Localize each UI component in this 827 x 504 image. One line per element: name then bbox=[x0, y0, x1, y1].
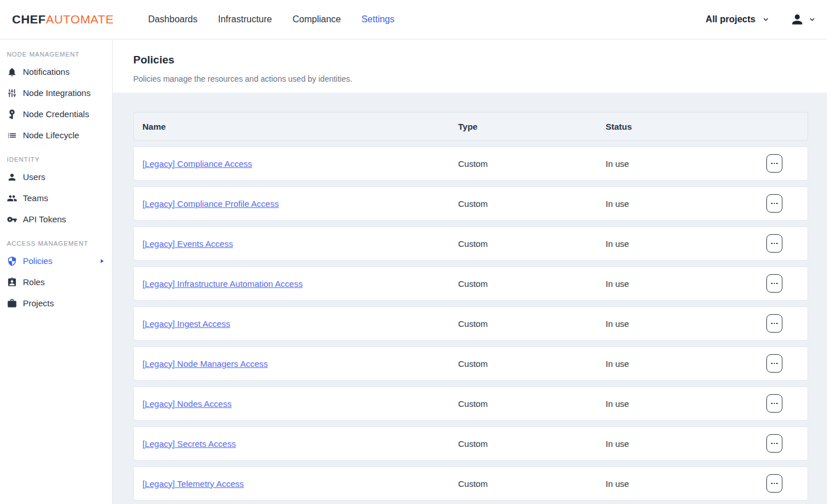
sliders-icon bbox=[7, 88, 17, 98]
nav-tab-infrastructure[interactable]: Infrastructure bbox=[218, 14, 272, 25]
policy-name-link[interactable]: [Legacy] Compliance Access bbox=[142, 159, 252, 169]
main-content: Policies Policies manage the resources a… bbox=[113, 39, 827, 504]
policy-status-cell: In use bbox=[606, 199, 749, 209]
nav-tab-dashboards[interactable]: Dashboards bbox=[148, 14, 197, 25]
policy-status-cell: In use bbox=[606, 399, 749, 409]
policy-name-cell: [Legacy] Secrets Access bbox=[142, 439, 458, 449]
policy-type-cell: Custom bbox=[458, 399, 606, 409]
more-options-icon bbox=[771, 323, 778, 325]
policy-name-link[interactable]: [Legacy] Ingest Access bbox=[142, 319, 230, 329]
more-options-button[interactable] bbox=[766, 474, 782, 493]
sidebar-item-label: API Tokens bbox=[23, 214, 66, 224]
table-row: [Legacy] Telemetry Access Custom In use bbox=[133, 466, 808, 501]
policy-status-cell: In use bbox=[606, 359, 749, 369]
policy-type-cell: Custom bbox=[458, 319, 606, 329]
policy-name-cell: [Legacy] Infrastructure Automation Acces… bbox=[142, 279, 458, 289]
policy-name-cell: [Legacy] Compliance Profile Access bbox=[142, 199, 458, 209]
more-options-button[interactable] bbox=[766, 354, 782, 373]
more-options-button[interactable] bbox=[766, 434, 782, 453]
more-options-button[interactable] bbox=[766, 274, 782, 293]
nav-tab-compliance[interactable]: Compliance bbox=[292, 14, 340, 25]
policy-name-link[interactable]: [Legacy] Nodes Access bbox=[142, 399, 232, 409]
policy-status-cell: In use bbox=[606, 319, 749, 329]
policy-type-cell: Custom bbox=[458, 479, 606, 489]
policy-name-link[interactable]: [Legacy] Secrets Access bbox=[142, 439, 236, 449]
sidebar-item-notifications[interactable]: Notifications bbox=[0, 61, 112, 82]
sidebar-item-node-credentials[interactable]: Node Credentials bbox=[0, 103, 112, 125]
more-options-button[interactable] bbox=[766, 194, 782, 213]
sidebar-item-label: Users bbox=[23, 172, 45, 182]
policy-actions-cell bbox=[749, 194, 808, 213]
sidebar-item-label: Policies bbox=[23, 256, 53, 266]
policy-type-cell: Custom bbox=[458, 439, 606, 449]
user-avatar-button[interactable] bbox=[790, 12, 817, 27]
more-options-icon bbox=[771, 243, 778, 245]
sidebar-section-title: ACCESS MANAGEMENT bbox=[0, 240, 112, 247]
more-options-button[interactable] bbox=[766, 154, 782, 173]
more-options-icon bbox=[771, 403, 778, 405]
table-row: [Legacy] Ingest Access Custom In use bbox=[133, 306, 808, 341]
policy-status-cell: In use bbox=[606, 159, 749, 169]
table-row: [Legacy] Node Managers Access Custom In … bbox=[133, 346, 808, 381]
policy-type-cell: Custom bbox=[458, 159, 606, 169]
sidebar-item-users[interactable]: Users bbox=[0, 166, 112, 187]
sidebar-section-list: Notifications Node Integrations Node Cre… bbox=[0, 61, 112, 146]
sidebar-section: NODE MANAGEMENT Notifications Node Integ… bbox=[0, 51, 112, 146]
list-icon bbox=[7, 130, 17, 141]
policy-name-link[interactable]: [Legacy] Telemetry Access bbox=[142, 479, 244, 489]
sidebar-item-label: Node Lifecycle bbox=[23, 130, 79, 140]
projects-filter-button[interactable]: All projects bbox=[706, 14, 770, 25]
column-header-name: Name bbox=[142, 122, 458, 131]
policy-actions-cell bbox=[749, 354, 808, 373]
more-options-icon bbox=[771, 443, 778, 445]
policy-name-link[interactable]: [Legacy] Infrastructure Automation Acces… bbox=[142, 279, 303, 289]
policy-name-link[interactable]: [Legacy] Node Managers Access bbox=[142, 359, 268, 369]
sidebar-item-teams[interactable]: Teams bbox=[0, 187, 112, 209]
table-row: [Legacy] Compliance Profile Access Custo… bbox=[133, 186, 808, 221]
sidebar-item-api-tokens[interactable]: API Tokens bbox=[0, 209, 112, 230]
person-icon bbox=[7, 172, 17, 182]
more-options-icon bbox=[771, 283, 778, 285]
person-icon bbox=[790, 12, 805, 27]
table-row: [Legacy] Events Access Custom In use bbox=[133, 226, 808, 261]
policy-name-link[interactable]: [Legacy] Events Access bbox=[142, 239, 233, 249]
chevron-down-icon bbox=[808, 15, 817, 24]
page-head: Policies Policies manage the resources a… bbox=[113, 39, 827, 93]
active-item-arrow-icon bbox=[98, 258, 105, 265]
group-icon bbox=[7, 193, 17, 203]
bell-icon bbox=[7, 67, 17, 77]
sidebar-item-policies[interactable]: Policies bbox=[0, 250, 112, 271]
sidebar-item-label: Projects bbox=[23, 298, 54, 308]
briefcase-icon bbox=[7, 298, 17, 309]
nav-tab-settings[interactable]: Settings bbox=[361, 14, 395, 25]
sidebar-section: ACCESS MANAGEMENT Policies Roles Project… bbox=[0, 240, 112, 314]
policy-name-cell: [Legacy] Compliance Access bbox=[142, 159, 458, 169]
table-row: [Legacy] Infrastructure Automation Acces… bbox=[133, 266, 808, 301]
policy-name-cell: [Legacy] Telemetry Access bbox=[142, 479, 458, 489]
policy-actions-cell bbox=[749, 274, 808, 293]
sidebar-section: IDENTITY Users Teams API Tokens bbox=[0, 156, 112, 230]
policy-type-cell: Custom bbox=[458, 279, 606, 289]
policies-table: Name Type Status [Legacy] Compliance Acc… bbox=[133, 112, 808, 501]
policy-actions-cell bbox=[749, 434, 808, 453]
sidebar-item-projects[interactable]: Projects bbox=[0, 293, 112, 314]
sidebar-item-node-integrations[interactable]: Node Integrations bbox=[0, 82, 112, 103]
policy-name-cell: [Legacy] Node Managers Access bbox=[142, 359, 458, 369]
more-options-button[interactable] bbox=[766, 394, 782, 413]
policy-status-cell: In use bbox=[606, 239, 749, 249]
policy-name-link[interactable]: [Legacy] Compliance Profile Access bbox=[142, 199, 279, 209]
chef-automate-logo[interactable]: CHEF AUTOMATE bbox=[12, 13, 114, 26]
more-options-button[interactable] bbox=[766, 234, 782, 253]
sidebar-item-label: Notifications bbox=[23, 67, 70, 77]
header-right: All projects bbox=[706, 12, 817, 27]
policy-actions-cell bbox=[749, 314, 808, 333]
sidebar-item-roles[interactable]: Roles bbox=[0, 271, 112, 293]
more-options-icon bbox=[771, 203, 778, 205]
column-header-status: Status bbox=[606, 122, 749, 131]
content-area: Name Type Status [Legacy] Compliance Acc… bbox=[113, 93, 827, 504]
sidebar-item-node-lifecycle[interactable]: Node Lifecycle bbox=[0, 125, 112, 146]
sidebar-section-list: Policies Roles Projects bbox=[0, 250, 112, 314]
policy-actions-cell bbox=[749, 474, 808, 493]
more-options-button[interactable] bbox=[766, 314, 782, 333]
key-icon bbox=[7, 214, 17, 225]
